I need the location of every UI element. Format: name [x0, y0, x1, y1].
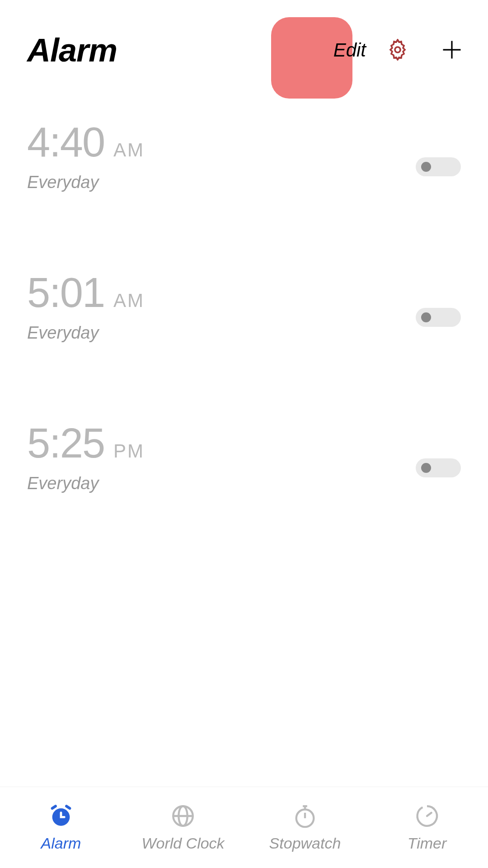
- alarm-item[interactable]: 5:01 AM Everyday: [27, 255, 461, 379]
- alarm-list: 4:40 AM Everyday 5:01 AM Everyday 5:25 P…: [0, 82, 488, 529]
- nav-label: World Clock: [141, 835, 224, 852]
- alarm-time: 4:40: [27, 118, 104, 166]
- alarm-item[interactable]: 4:40 AM Everyday: [27, 105, 461, 228]
- alarm-ampm: AM: [113, 139, 145, 161]
- nav-label: Alarm: [41, 835, 81, 852]
- alarm-info: 5:01 AM Everyday: [27, 269, 416, 343]
- alarm-toggle[interactable]: [416, 458, 461, 477]
- nav-tab-world-clock[interactable]: World Clock: [122, 787, 244, 868]
- alarm-info: 5:25 PM Everyday: [27, 420, 416, 493]
- alarm-ampm: AM: [113, 290, 145, 311]
- alarm-time: 5:01: [27, 269, 104, 316]
- alarm-ampm: PM: [113, 440, 145, 462]
- gear-icon: [387, 39, 408, 62]
- nav-tab-alarm[interactable]: Alarm: [0, 787, 122, 868]
- alarm-repeat: Everyday: [27, 323, 416, 343]
- bottom-nav: Alarm World Clock Stopwatch: [0, 787, 488, 868]
- svg-point-0: [395, 47, 400, 52]
- nav-tab-timer[interactable]: Timer: [366, 787, 488, 868]
- globe-icon: [170, 803, 196, 829]
- header: Alarm Edit: [0, 0, 488, 82]
- alarm-toggle[interactable]: [416, 157, 461, 176]
- alarm-repeat: Everyday: [27, 474, 416, 493]
- stopwatch-icon: [292, 803, 318, 829]
- alarm-info: 4:40 AM Everyday: [27, 118, 416, 192]
- settings-button[interactable]: [384, 37, 411, 64]
- nav-label: Timer: [408, 835, 447, 852]
- alarm-clock-icon: [48, 803, 74, 829]
- edit-button[interactable]: Edit: [333, 39, 366, 61]
- toggle-knob: [421, 312, 431, 322]
- add-alarm-button[interactable]: [438, 37, 465, 64]
- plus-icon: [440, 38, 464, 63]
- alarm-item[interactable]: 5:25 PM Everyday: [27, 406, 461, 529]
- alarm-toggle[interactable]: [416, 308, 461, 327]
- timer-icon: [414, 803, 440, 829]
- alarm-repeat: Everyday: [27, 173, 416, 192]
- toggle-knob: [421, 162, 431, 172]
- toggle-knob: [421, 463, 431, 473]
- nav-tab-stopwatch[interactable]: Stopwatch: [244, 787, 366, 868]
- nav-label: Stopwatch: [269, 835, 341, 852]
- alarm-time: 5:25: [27, 420, 104, 467]
